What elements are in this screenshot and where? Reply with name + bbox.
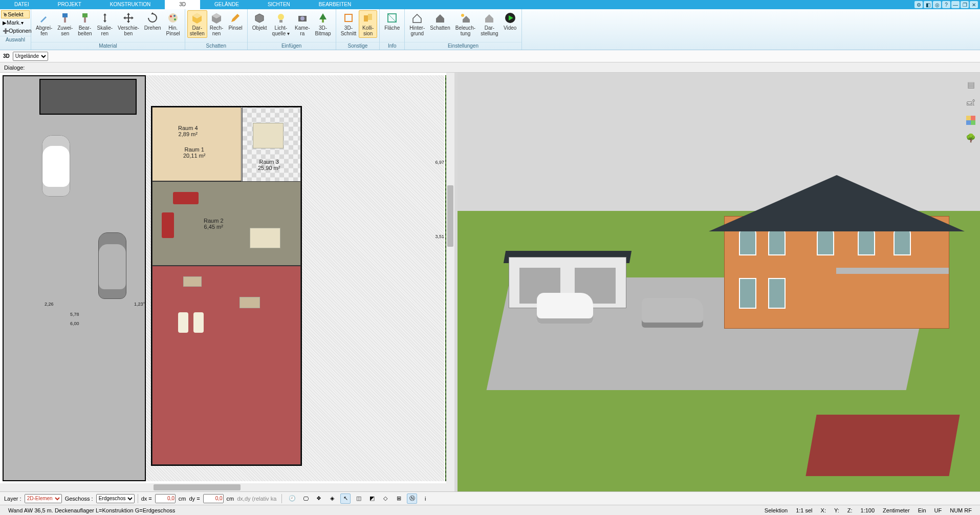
pane-3d-render[interactable]: ▤ 🛋 🌳	[458, 73, 980, 491]
subbar-select[interactable]: Urgelände	[13, 52, 48, 61]
tile-icon[interactable]: ◫	[354, 493, 364, 504]
kollision-label: Kolli- sion	[362, 25, 374, 36]
monitor-icon[interactable]: 🖵	[300, 493, 311, 504]
status-ein: Ein	[914, 507, 930, 513]
kamera-button[interactable]: Kame- ra	[292, 10, 312, 38]
status-uf: UF	[930, 507, 946, 513]
3dbitmap-button[interactable]: 3D- Bitmap	[313, 10, 334, 38]
darstellen-button[interactable]: Dar- stellen	[187, 10, 207, 38]
house-line-icon	[411, 12, 423, 24]
scrollbar-v-2d[interactable]	[446, 73, 454, 491]
tree-icon[interactable]: 🌳	[965, 132, 976, 143]
cursor-icon[interactable]: ↖	[340, 493, 351, 504]
zuweisen-button[interactable]: Zuwei- sen	[55, 10, 75, 38]
video-button[interactable]: Video	[501, 10, 519, 32]
mark-button[interactable]: ▶ Mark. ▾	[1, 18, 30, 27]
menu-tab-datei[interactable]: DATEI	[0, 0, 43, 9]
status-ratio: 1:1 sel	[792, 507, 816, 513]
group-label-auswahl: Auswahl	[0, 36, 31, 44]
layer-select[interactable]: 2D-Elemen	[25, 494, 62, 503]
3dschnitt-button[interactable]: 3D- Schnitt	[338, 10, 359, 38]
menu-tab-sichten[interactable]: SICHTEN	[253, 0, 304, 9]
grid-icon[interactable]	[966, 116, 975, 125]
stack2-icon[interactable]: ◈	[327, 493, 337, 504]
table-2	[250, 228, 280, 248]
dim-5-78: 5,78	[70, 312, 79, 317]
pane-2d-floorplan[interactable]: 2,26 5,78 6,00 1,23° Raum 120,11 m² Raum…	[0, 73, 454, 491]
hintergrund-button[interactable]: Hinter- grund	[407, 10, 427, 38]
layers-icon[interactable]: ▤	[965, 79, 976, 90]
balcony	[836, 268, 949, 274]
floorplan-canvas[interactable]: 2,26 5,78 6,00 1,23° Raum 120,11 m² Raum…	[3, 75, 444, 481]
abgreifen-button[interactable]: Abgrei- fen	[33, 10, 55, 38]
dx-unit: cm	[179, 496, 186, 502]
car-white-3d	[537, 293, 593, 324]
lounge-1	[183, 276, 202, 287]
room1-name: Raum 1	[184, 146, 204, 153]
menu-tab-3d[interactable]: 3D	[165, 0, 200, 9]
flaeche-button[interactable]: Fläche	[382, 10, 402, 32]
target-icon[interactable]: ◎	[933, 1, 941, 8]
schatten2-button[interactable]: Schatten	[427, 10, 452, 32]
grid2-icon[interactable]: ⊞	[394, 493, 404, 504]
stack-icon[interactable]: ❖	[314, 493, 324, 504]
scroll-thumb-v[interactable]	[447, 185, 453, 247]
cube-icon[interactable]: ◧	[924, 1, 932, 8]
subbar-3d-label: 3D	[3, 53, 10, 59]
close-icon[interactable]: ✕	[970, 1, 978, 8]
skalieren-button[interactable]: Skalie- ren	[95, 10, 116, 38]
pinsel-button[interactable]: Pinsel	[226, 10, 245, 32]
group-label-material: Material	[31, 42, 185, 50]
menu-tab-konstruktion[interactable]: KONSTRUKTION	[96, 0, 165, 9]
dot-icon[interactable]: ◇	[380, 493, 390, 504]
optionen-button[interactable]: ➕ Optionen	[1, 27, 30, 35]
armchair-icon[interactable]: 🛋	[965, 97, 976, 109]
restore-icon[interactable]: ❐	[961, 1, 969, 8]
tile2-icon[interactable]: ◩	[367, 493, 377, 504]
n-icon[interactable]: Ⓝ	[407, 493, 417, 504]
menu-tab-bearbeiten[interactable]: BEARBEITEN	[304, 0, 365, 9]
window-controls: ⚙ ◧ ◎ ? — ❐ ✕	[914, 1, 980, 8]
clock-icon[interactable]: 🕘	[287, 493, 297, 504]
group-label-einstellungen: Einstellungen	[405, 42, 521, 50]
status-bar: Wand AW 36,5 m. Deckenauflager L=Konstru…	[0, 505, 980, 515]
svg-point-8	[278, 14, 284, 20]
drehen-button[interactable]: Drehen	[142, 10, 164, 32]
menu-tab-projekt[interactable]: PROJEKT	[43, 0, 96, 9]
status-scale: 1:100	[857, 507, 879, 513]
menu-bar: DATEIPROJEKTKONSTRUKTION3DGELÄNDESICHTEN…	[0, 0, 980, 9]
info-icon[interactable]: i	[420, 493, 430, 504]
verschieben-button[interactable]: Verschie- ben	[115, 10, 142, 38]
objekt-button[interactable]: Objekt	[250, 10, 270, 32]
help-icon[interactable]: ?	[942, 1, 950, 8]
menu-tab-gelände[interactable]: GELÄNDE	[200, 0, 253, 9]
darstellung-button[interactable]: Dar- stellung	[478, 10, 500, 38]
house-3d	[724, 175, 949, 329]
scroll-thumb-h[interactable]	[154, 484, 241, 490]
geschoss-select[interactable]: Erdgeschos	[96, 494, 135, 503]
svg-point-11	[300, 16, 304, 20]
lichtquelle-button[interactable]: Licht- quelle ▾	[270, 10, 292, 38]
bearbeiten-button[interactable]: Bear- beiten	[75, 10, 94, 38]
dy-label: dy =	[189, 496, 200, 502]
gear-icon[interactable]: ⚙	[914, 1, 923, 8]
car-white-2d	[42, 135, 70, 197]
svg-rect-9	[279, 20, 282, 23]
svg-rect-0	[62, 13, 68, 17]
room-2: Raum 26,45 m²	[152, 181, 301, 266]
scrollbar-h-2d[interactable]	[0, 483, 446, 491]
room1-area: 20,11 m²	[183, 153, 205, 159]
dx-input[interactable]	[155, 494, 176, 503]
minimize-icon[interactable]: —	[951, 1, 960, 8]
selekt-button[interactable]: 🖱 Selekt	[1, 10, 30, 18]
lounge-2	[239, 297, 260, 308]
selekt-label: Selekt	[8, 11, 24, 17]
beleuchtung-button[interactable]: Beleuch- tung	[453, 10, 478, 38]
dy-input[interactable]	[203, 494, 224, 503]
kollision-button[interactable]: Kolli- sion	[359, 10, 377, 38]
sunbed-1	[178, 312, 188, 333]
rechnen-button[interactable]: Rech- nen	[207, 10, 226, 38]
hinpinsel-button[interactable]: Hin. Pinsel	[164, 10, 183, 38]
status-y: Y:	[830, 507, 843, 513]
bulb-icon	[275, 12, 287, 24]
